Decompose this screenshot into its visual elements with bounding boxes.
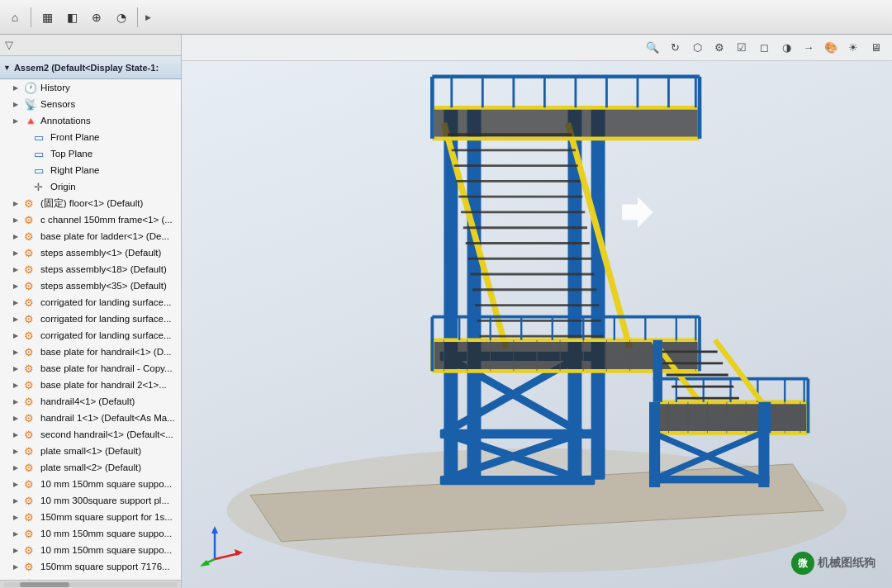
tree-item-sq-sup2[interactable]: ▶ ⚙ 10 mm 300square support pl... bbox=[0, 492, 181, 509]
tree-item-base-plate-ladder[interactable]: ▶ ⚙ base plate for ladder<1> (De... bbox=[0, 228, 181, 244]
base-handrail1-label: base plate for handrail<1> (D... bbox=[40, 347, 172, 357]
svg-rect-103 bbox=[653, 340, 662, 402]
home-icon[interactable]: ⌂ bbox=[3, 6, 26, 29]
base-handrail2-label: base plate for handrail 2<1>... bbox=[40, 380, 167, 390]
watermark: 微 机械图纸狗 bbox=[791, 552, 875, 575]
tree-item-handrail4[interactable]: ▶ ⚙ handrail4<1> (Default) bbox=[0, 393, 181, 410]
top-plane-label: Top Plane bbox=[50, 149, 93, 159]
tree-item-corrigated1[interactable]: ▶ ⚙ corrigated for landing surface... bbox=[0, 294, 181, 311]
base-plate-ladder-label: base plate for ladder<1> (De... bbox=[40, 231, 169, 241]
grid-icon[interactable]: ▦ bbox=[36, 6, 59, 29]
layers-icon[interactable]: ◧ bbox=[60, 6, 83, 29]
tree-item-sq-sup3[interactable]: ▶ ⚙ 10 mm 150mm square suppo... bbox=[0, 525, 181, 542]
sq-sup2-label: 10 mm 300square support pl... bbox=[40, 496, 169, 505]
tree-arrow-empty bbox=[23, 150, 31, 158]
handrail4-label: handrail4<1> (Default) bbox=[40, 396, 135, 406]
tree-item-steps1[interactable]: ▶ ⚙ steps assembly<1> (Default) bbox=[0, 244, 181, 261]
tree-header[interactable]: ▼ Assem2 (Default<Display State-1: bbox=[0, 56, 181, 79]
top-plane-icon: ▭ bbox=[34, 148, 47, 160]
crosshair-icon[interactable]: ⊕ bbox=[85, 6, 108, 29]
tree-item-history[interactable]: ▶ 🕐 History bbox=[0, 79, 181, 96]
svg-rect-109 bbox=[758, 402, 769, 487]
right-plane-icon: ▭ bbox=[34, 164, 47, 177]
tree-arrow: ▶ bbox=[13, 448, 21, 455]
tree-item-base-handrail2[interactable]: ▶ ⚙ base plate for handrail 2<1>... bbox=[0, 377, 181, 393]
floor-icon: ⚙ bbox=[24, 197, 37, 210]
tree-item-base-handrail-copy[interactable]: ▶ ⚙ base plate for handrail - Copy... bbox=[0, 360, 181, 377]
scrollbar-thumb[interactable] bbox=[20, 582, 69, 587]
tree-arrow: ▶ bbox=[13, 315, 21, 323]
vp-monitor-icon[interactable]: 🖥 bbox=[866, 38, 885, 58]
separator1 bbox=[31, 7, 31, 27]
floor-label: (固定) floor<1> (Default) bbox=[40, 197, 143, 210]
tree-item-plate-small1[interactable]: ▶ ⚙ plate small<1> (Default) bbox=[0, 443, 181, 459]
sq-sup2-icon: ⚙ bbox=[24, 495, 37, 507]
tree-item-annotations[interactable]: ▶ 🔺 Annotations bbox=[0, 112, 181, 129]
tree-item-right-plane[interactable]: ▭ Right Plane bbox=[0, 162, 181, 178]
pie-icon[interactable]: ◔ bbox=[110, 6, 133, 29]
sq-7176-label: 150mm square support 7176... bbox=[40, 562, 170, 571]
steps1-label: steps assembly<1> (Default) bbox=[40, 248, 161, 258]
base-handrail2-icon: ⚙ bbox=[24, 379, 37, 391]
corrigated2-icon: ⚙ bbox=[24, 313, 37, 325]
tree-header-arrow: ▼ bbox=[3, 64, 11, 72]
svg-marker-116 bbox=[200, 560, 210, 567]
tree-item-floor[interactable]: ▶ ⚙ (固定) floor<1> (Default) bbox=[0, 195, 181, 211]
tree-item-sq-sup1[interactable]: ▶ ⚙ 10 mm 150mm square suppo... bbox=[0, 476, 181, 492]
tree-item-sq-150-1s[interactable]: ▶ ⚙ 150mm square support for 1s... bbox=[0, 509, 181, 525]
tree-item-plate-small2[interactable]: ▶ ⚙ plate small<2> (Default) bbox=[0, 459, 181, 476]
second-handrail-label: second handrail<1> (Default<... bbox=[40, 429, 173, 439]
vp-color-icon[interactable]: 🎨 bbox=[821, 38, 841, 58]
tree-item-c-channel[interactable]: ▶ ⚙ c channel 150mm frame<1> (... bbox=[0, 211, 181, 228]
tree-arrow: ▶ bbox=[13, 84, 21, 92]
vp-settings-icon[interactable]: ⚙ bbox=[709, 38, 729, 58]
tree-item-steps18[interactable]: ▶ ⚙ steps assembly<18> (Default) bbox=[0, 261, 181, 277]
tree-item-corrigated3[interactable]: ▶ ⚙ corrigated for landing surface... bbox=[0, 327, 181, 344]
origin-label: Origin bbox=[50, 182, 76, 192]
svg-rect-108 bbox=[649, 402, 660, 487]
tree-item-sensors[interactable]: ▶ 📡 Sensors bbox=[0, 96, 181, 112]
3d-viewport[interactable]: 🔍 ↻ ⬡ ⚙ ☑ ◻ ◑ → 🎨 ☀ 🖥 bbox=[182, 35, 892, 588]
vp-checklist-icon[interactable]: ☑ bbox=[732, 38, 752, 58]
vp-cube-icon[interactable]: ◻ bbox=[754, 38, 774, 58]
tree-arrow: ▶ bbox=[13, 563, 21, 571]
svg-rect-5 bbox=[591, 107, 605, 479]
svg-marker-110 bbox=[622, 197, 653, 228]
vp-assembly-icon[interactable]: ⬡ bbox=[687, 38, 707, 58]
filter-icon[interactable]: ▽ bbox=[5, 39, 13, 51]
tree-item-second-handrail[interactable]: ▶ ⚙ second handrail<1> (Default<... bbox=[0, 426, 181, 443]
origin-icon: ✛ bbox=[34, 181, 47, 193]
right-plane-label: Right Plane bbox=[50, 165, 99, 175]
expand-arrow[interactable]: ▶ bbox=[142, 6, 154, 29]
svg-marker-112 bbox=[211, 526, 218, 533]
base-handrail1-icon: ⚙ bbox=[24, 346, 37, 358]
tree-arrow: ▶ bbox=[13, 382, 21, 389]
tree-item-origin[interactable]: ✛ Origin bbox=[0, 178, 181, 195]
tree-item-corrigated2[interactable]: ▶ ⚙ corrigated for landing surface... bbox=[0, 311, 181, 327]
svg-marker-29 bbox=[432, 107, 700, 139]
tree-item-handrail1[interactable]: ▶ ⚙ handrail 1<1> (Default<As Ma... bbox=[0, 410, 181, 426]
plate-small1-label: plate small<1> (Default) bbox=[40, 446, 141, 456]
tree-arrow: ▶ bbox=[13, 464, 21, 472]
vp-search-icon[interactable]: 🔍 bbox=[643, 38, 662, 58]
base-handrail-copy-label: base plate for handrail - Copy... bbox=[40, 363, 173, 373]
second-handrail-icon: ⚙ bbox=[24, 429, 37, 441]
tree-item-top-plane[interactable]: ▭ Top Plane bbox=[0, 145, 181, 162]
tree-panel[interactable]: ▼ Assem2 (Default<Display State-1: ▶ 🕐 H… bbox=[0, 56, 181, 580]
vp-rotate-icon[interactable]: ↻ bbox=[665, 38, 685, 58]
tree-item-sq-7176[interactable]: ▶ ⚙ 150mm square support 7176... bbox=[0, 558, 181, 575]
main-area: ▽ ▼ Assem2 (Default<Display State-1: ▶ 🕐… bbox=[0, 35, 892, 588]
tree-item-sq-sup4[interactable]: ▶ ⚙ 10 mm 150mm square suppo... bbox=[0, 542, 181, 558]
tree-arrow: ▶ bbox=[13, 282, 21, 290]
tree-item-front-plane[interactable]: ▭ Front Plane bbox=[0, 129, 181, 145]
c-channel-icon: ⚙ bbox=[24, 214, 37, 226]
base-plate-ladder-icon: ⚙ bbox=[24, 230, 37, 243]
svg-line-97 bbox=[715, 340, 762, 402]
vp-arrow-icon[interactable]: → bbox=[799, 38, 818, 58]
tree-item-steps35[interactable]: ▶ ⚙ steps assembly<35> (Default) bbox=[0, 277, 181, 294]
svg-line-113 bbox=[215, 553, 240, 559]
tree-item-base-handrail1[interactable]: ▶ ⚙ base plate for handrail<1> (D... bbox=[0, 344, 181, 360]
vp-filter-icon[interactable]: ◑ bbox=[776, 38, 796, 58]
vp-sun-icon[interactable]: ☀ bbox=[843, 38, 863, 58]
horizontal-scrollbar[interactable] bbox=[0, 580, 181, 588]
